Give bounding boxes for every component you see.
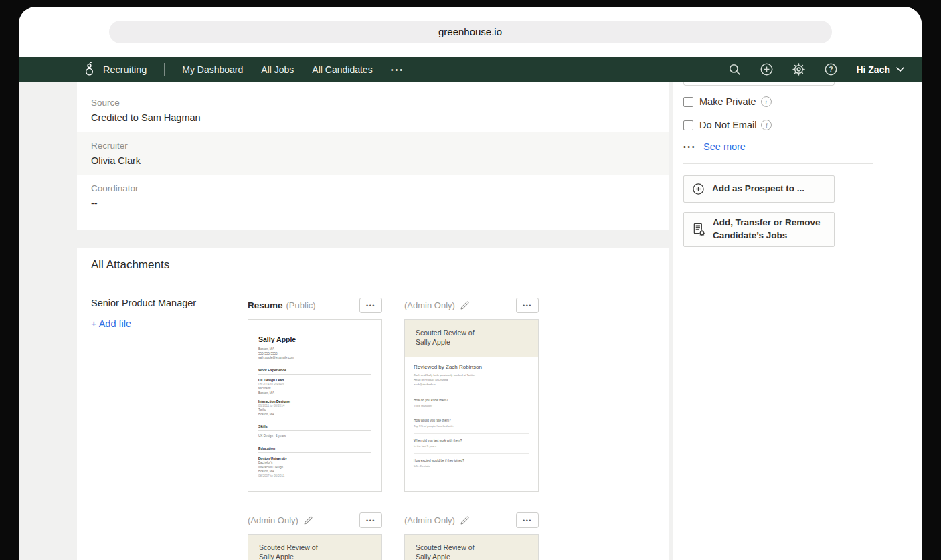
do-not-email-row: Do Not Email i [683,120,922,130]
coordinator-label: Coordinator [91,183,655,193]
resume-label: Resume [248,300,283,310]
review-body: Reviewed by Zach Robinson Zach and Sally… [405,357,538,474]
admin-attachment-header: (Admin Only) ••• [248,512,382,528]
review-title-band: Scouted Review of Sally Apple [405,320,538,357]
nav-right-cluster: ? Hi Zach [728,62,904,76]
address-bar-url: greenhouse.io [438,26,502,37]
resume-contact-line: sally.apple@example.com [258,356,371,361]
add-as-prospect-button[interactable]: Add as Prospect to ... [683,175,835,203]
document-gear-icon [692,222,706,237]
admin-attachment-header: (Admin Only) ••• [404,298,539,313]
admin-attachment-header: (Admin Only) ••• [404,512,539,528]
scouted-review-thumbnail[interactable]: Scouted Review of Sally Apple [248,534,382,560]
nav-link-my-dashboard[interactable]: My Dashboard [182,64,243,75]
greenhouse-logo-icon[interactable] [84,60,95,78]
resume-job: UX Design Lead 08/2014 to Present Micros… [258,378,371,396]
admin-only-label: (Admin Only) [404,515,455,525]
nav-link-all-jobs[interactable]: All Jobs [261,64,294,75]
field-row-coordinator: Coordinator -- [77,175,669,217]
resume-thumbnail[interactable]: Sally Apple Boston, MA 555-555-5555 sall… [248,319,382,492]
resume-skills-header: Skills [258,424,371,431]
more-dots-icon: ••• [683,143,696,151]
svg-text:?: ? [829,65,833,73]
recruiter-value: Olivia Clark [91,155,655,166]
resume-visibility-label: (Public) [286,300,316,310]
gear-icon[interactable] [792,62,806,76]
field-row-recruiter: Recruiter Olivia Clark [77,132,669,175]
all-attachments-title: All Attachments [77,248,669,282]
see-more-row: ••• See more [683,141,922,152]
top-nav: Recruiting My Dashboard All Jobs All Can… [19,57,922,82]
attachments-grid: Senior Product Manager + Add file Resume… [77,282,669,560]
cutoff-panel [683,82,835,86]
chevron-down-icon [896,67,904,72]
add-file-link[interactable]: + Add file [91,318,248,329]
nav-link-all-candidates[interactable]: All Candidates [312,64,372,75]
browser-chrome: greenhouse.io [19,7,922,57]
help-icon[interactable]: ? [824,62,838,76]
pencil-icon[interactable] [460,300,470,310]
review-reviewed-by: Reviewed by Zach Robinson [414,364,529,370]
admin-only-label: (Admin Only) [248,515,298,525]
attachments-job-column: Senior Product Manager + Add file [91,298,248,329]
address-bar[interactable]: greenhouse.io [109,21,832,43]
attachment-menu-button[interactable]: ••• [516,512,539,528]
add-transfer-remove-jobs-button[interactable]: Add, Transfer or Remove Candidate’s Jobs [683,212,835,247]
make-private-row: Make Private i [683,96,922,107]
do-not-email-label: Do Not Email [699,120,756,130]
resume-skills-line: UX Design - 6 years [258,434,371,439]
source-value: Credited to Sam Hagman [91,112,655,123]
browser-window: greenhouse.io Recruiting My Dashboard Al… [19,7,922,560]
nav-separator [164,63,165,76]
info-icon[interactable]: i [761,120,772,130]
attachment-menu-button[interactable]: ••• [359,512,382,528]
recruiter-label: Recruiter [91,141,655,151]
coordinator-value: -- [91,198,655,209]
all-attachments-card: All Attachments Senior Product Manager +… [77,248,669,560]
attachment-menu-button[interactable]: ••• [516,298,539,313]
page-content: Source Credited to Sam Hagman Recruiter … [19,82,922,560]
nav-brand-label[interactable]: Recruiting [103,64,147,75]
scouted-review-thumbnail[interactable]: Scouted Review of Sally Apple Reviewed b… [404,319,539,492]
job-title: Senior Product Manager [91,298,248,308]
resume-contact-line: Boston, MA [258,347,371,352]
search-icon[interactable] [728,63,742,76]
plus-circle-icon [692,183,705,195]
resume-contact: Boston, MA 555-555-5555 sally.apple@exam… [258,347,371,361]
main-column: Source Credited to Sam Hagman Recruiter … [19,82,673,560]
make-private-label: Make Private [699,96,756,107]
admin-only-label: (Admin Only) [404,300,455,310]
field-row-source: Source Credited to Sam Hagman [77,89,669,132]
resume-header: Resume (Public) ••• [248,298,382,313]
review-meta: Zach and Sally both previously worked at… [414,373,529,387]
do-not-email-checkbox[interactable] [683,120,693,130]
pencil-icon[interactable] [460,515,470,525]
nav-overflow-menu[interactable]: ••• [391,66,405,74]
attachments-column-1: Resume (Public) ••• Sally Apple Boston, … [248,298,404,560]
scouted-review-thumbnail[interactable]: Scouted Review of Sally Apple [404,534,539,560]
make-private-checkbox[interactable] [683,97,693,107]
resume-job: Interaction Designer 06/2011 to 08/2014 … [258,399,371,417]
attachments-column-2: (Admin Only) ••• Scouted Review of Sally… [404,298,561,560]
review-title-band: Scouted Review of Sally Apple [248,535,381,560]
resume-preview: Sally Apple Boston, MA 555-555-5555 sall… [248,320,381,492]
user-greeting-label: Hi Zach [856,64,890,75]
add-plus-icon[interactable] [760,62,774,76]
resume-education: Boston University Bachelor's Interaction… [258,456,371,478]
see-more-link[interactable]: See more [703,141,746,152]
add-transfer-remove-jobs-label: Add, Transfer or Remove Candidate’s Jobs [713,217,821,242]
review-title-band: Scouted Review of Sally Apple [405,535,538,560]
resume-name: Sally Apple [258,335,371,343]
candidate-details-card: Source Credited to Sam Hagman Recruiter … [77,82,669,230]
resume-work-header: Work Experience [258,368,371,375]
resume-menu-button[interactable]: ••• [359,298,382,313]
sidebar-divider [683,163,873,164]
resume-contact-line: 555-555-5555 [258,352,371,357]
right-sidebar: Make Private i Do Not Email i ••• See mo… [673,82,922,560]
user-menu[interactable]: Hi Zach [856,64,904,75]
resume-education-header: Education [258,446,371,453]
info-icon[interactable]: i [761,96,772,107]
add-as-prospect-label: Add as Prospect to ... [712,183,804,195]
pencil-icon[interactable] [303,515,313,525]
source-label: Source [91,98,655,108]
